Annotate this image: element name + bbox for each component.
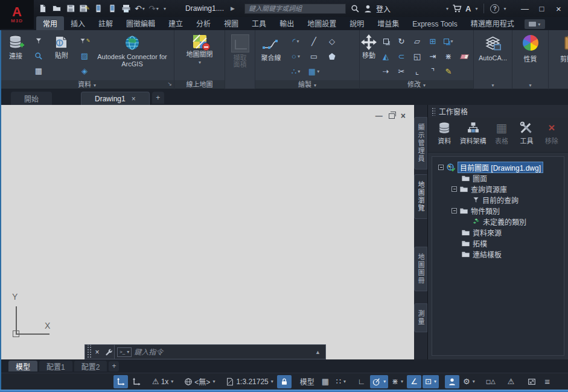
workspace-switching-button[interactable]: ⚙▾ xyxy=(461,375,477,388)
edit-query-button[interactable]: ✎ xyxy=(77,34,92,48)
lock-toggle[interactable] xyxy=(277,375,292,388)
search-layers-button[interactable] xyxy=(31,49,46,63)
isolate-objects-button[interactable]: ◻△ xyxy=(483,375,498,388)
qat-customize-button[interactable]: ▾ xyxy=(164,6,166,11)
rect-tool-button[interactable]: ▭ xyxy=(305,49,323,64)
share-mobile-button[interactable] xyxy=(92,2,104,14)
help-icon[interactable]: ? xyxy=(490,4,499,13)
dialog-launcher-icon[interactable]: ↘ xyxy=(167,80,172,89)
tree-item-current-drawing[interactable]: 目前圖面 [Drawing1.dwg] xyxy=(433,162,563,172)
copy-button[interactable] xyxy=(378,34,394,49)
new-file-button[interactable] xyxy=(36,2,49,14)
connect-button[interactable]: 連接 xyxy=(1,32,30,79)
tab-create[interactable]: 建立 xyxy=(162,16,190,30)
map-off-button[interactable]: 地圖關閉 ▾ xyxy=(183,32,217,79)
annotation-visibility-toggle[interactable] xyxy=(445,375,459,388)
panel-properties-collapsed[interactable]: 性質 ▾ xyxy=(512,30,549,89)
collapse-icon[interactable] xyxy=(438,165,444,170)
tree-item-object-classes[interactable]: 物件類別 xyxy=(433,205,563,216)
search-input[interactable] xyxy=(244,4,346,14)
drawing-restore-button[interactable] xyxy=(389,113,395,119)
coordinate-system-button[interactable]: <無>▾ xyxy=(182,375,217,388)
tab-home[interactable]: 常用 xyxy=(36,16,64,30)
tab-tools[interactable]: 工具 xyxy=(245,16,273,30)
command-input[interactable] xyxy=(134,348,313,356)
file-tab-drawing1[interactable]: Drawing1× xyxy=(81,92,150,105)
application-menu-button[interactable]: A M3D xyxy=(0,0,34,29)
panel-clipboard-collapsed[interactable]: 剪貼簿 ▾ xyxy=(549,30,568,89)
osnap-tracking-toggle[interactable]: ⋇▾ xyxy=(389,375,406,388)
tab-add-ins[interactable]: 增益集 xyxy=(371,16,406,30)
trim-button[interactable]: ✂ xyxy=(394,64,409,79)
infer-constraints-toggle[interactable] xyxy=(113,375,128,388)
customize-wrench-icon[interactable] xyxy=(102,348,114,356)
customize-menu-button[interactable]: ≡ xyxy=(540,375,555,388)
snap-toggle[interactable]: ∷▾ xyxy=(334,375,348,388)
file-tab-start[interactable]: 開始 xyxy=(11,92,52,105)
new-drawing-tab-button[interactable]: + xyxy=(152,92,164,104)
tree-item-link-templates[interactable]: 連結樣板 xyxy=(433,248,563,259)
tree-item-drawings[interactable]: 圖面 xyxy=(433,172,563,183)
erase-button[interactable] xyxy=(456,49,472,64)
close-button[interactable]: × xyxy=(552,4,565,14)
chevron-down-icon[interactable]: ▾ xyxy=(142,6,145,11)
object-snap-toggle[interactable]: ⊡▾ xyxy=(423,375,439,388)
polyline-button[interactable]: 聚合線 xyxy=(257,32,286,79)
tab-map-setup[interactable]: 地圖設置 xyxy=(301,16,343,30)
panel-draw-label[interactable]: 繪製 ▾ xyxy=(255,80,359,89)
polygon-button[interactable] xyxy=(323,49,341,64)
array-button[interactable]: ⊞ xyxy=(425,34,441,49)
annotation-scale-button[interactable]: ⚠1x▾ xyxy=(150,375,176,388)
tree-item-current-query[interactable]: 目前的查詢 xyxy=(433,194,563,205)
blend-button[interactable]: ⌝ xyxy=(425,64,441,79)
scale-button[interactable]: ◱ xyxy=(409,49,425,64)
layout-tab-model[interactable]: 模型 xyxy=(8,361,37,371)
grid-toggle[interactable]: ▦ xyxy=(318,375,333,388)
save-button[interactable] xyxy=(64,2,77,14)
tab-insert[interactable]: 插入 xyxy=(64,16,92,30)
arc-button[interactable]: ◜▾ xyxy=(287,34,305,49)
save-as-button[interactable]: ✎ xyxy=(78,2,91,14)
insert-image-button[interactable]: ▨ xyxy=(77,49,92,63)
hatch-button[interactable]: ▦▾ xyxy=(305,64,323,79)
tab-view[interactable]: 視圖 xyxy=(217,16,245,30)
tab-survey[interactable]: 測量 xyxy=(414,303,427,332)
tree-item-data-sources[interactable]: 資料來源 xyxy=(433,227,563,238)
move-button[interactable]: 移動 xyxy=(361,32,377,79)
tree-item-undefined-class[interactable]: 未定義的類別 xyxy=(433,216,563,227)
drawing-canvas[interactable]: — × Y X × >_▾ ▲ xyxy=(0,105,414,359)
recent-commands-button[interactable]: >_▾ xyxy=(117,347,132,357)
tab-display-manager[interactable]: 顯示管理員 xyxy=(414,117,427,169)
sign-in-button[interactable]: 登入 xyxy=(376,4,391,14)
dynamic-input-toggle[interactable] xyxy=(129,375,144,388)
attach-button[interactable]: 貼附 xyxy=(47,32,76,79)
map-import-button[interactable]: ◈ xyxy=(77,64,92,78)
plot-button[interactable] xyxy=(120,2,132,14)
tab-map-book[interactable]: 地圖圖冊 xyxy=(414,247,427,291)
point-button[interactable]: ∴▾ xyxy=(287,64,305,79)
app-store-cart-icon[interactable] xyxy=(452,4,462,13)
minimize-button[interactable]: — xyxy=(518,4,531,13)
command-line[interactable]: × >_▾ ▲ xyxy=(85,344,326,359)
offset-button[interactable]: ⊂ xyxy=(394,49,409,64)
title-flyout-icon[interactable]: ▶ xyxy=(231,5,235,11)
layout-tab-layout1[interactable]: 配置1 xyxy=(39,361,72,371)
tab-output[interactable]: 輸出 xyxy=(273,16,301,30)
chamfer-button[interactable]: ⌞ xyxy=(409,64,425,79)
task-pane-header[interactable]: 工作窗格 xyxy=(428,105,568,118)
ortho-toggle[interactable]: ∟ xyxy=(354,375,369,388)
command-history-icon[interactable]: ▲ xyxy=(315,349,323,355)
command-line-close-button[interactable]: × xyxy=(92,348,102,356)
graphics-performance-button[interactable]: ⚠ xyxy=(504,375,519,388)
new-layout-button[interactable]: + xyxy=(109,361,119,371)
lengthen-button[interactable]: ⇢ xyxy=(378,64,394,79)
copy-nested-button[interactable]: ▾ xyxy=(441,34,456,49)
panel-data-label[interactable]: 資料 ▾↘ xyxy=(0,80,174,89)
drag-grip-icon[interactable] xyxy=(432,107,435,116)
undo-button[interactable]: ↶▾ xyxy=(133,2,146,14)
stretch-button[interactable]: ▱ xyxy=(409,34,425,49)
export-button[interactable] xyxy=(106,2,118,14)
ribbon-display-options-button[interactable]: ▾ xyxy=(525,19,545,29)
maximize-button[interactable]: □ xyxy=(535,4,548,13)
object-snap-tracking-toggle[interactable]: ∠ xyxy=(407,375,421,388)
